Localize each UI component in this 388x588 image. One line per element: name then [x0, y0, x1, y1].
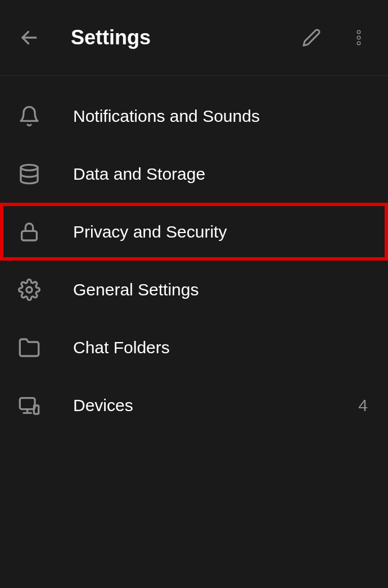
svg-point-3 — [357, 42, 360, 45]
list-item-chat-folders[interactable]: Chat Folders — [0, 318, 388, 376]
folder-icon — [17, 335, 42, 360]
list-item-value: 4 — [358, 396, 368, 415]
list-item-notifications[interactable]: Notifications and Sounds — [0, 87, 388, 145]
svg-point-2 — [357, 36, 360, 39]
svg-point-1 — [357, 30, 360, 34]
database-icon — [17, 162, 42, 186]
edit-button[interactable] — [299, 25, 324, 50]
list-item-privacy-security[interactable]: Privacy and Security — [0, 203, 388, 261]
more-vertical-icon — [349, 28, 368, 47]
svg-point-6 — [26, 287, 32, 293]
list-item-label: Chat Folders — [73, 338, 371, 357]
page-title: Settings — [71, 26, 299, 49]
list-item-label: Privacy and Security — [73, 222, 371, 241]
list-item-label: Devices — [73, 396, 358, 415]
list-item-label: Data and Storage — [73, 165, 371, 184]
svg-rect-7 — [20, 398, 35, 409]
more-button[interactable] — [346, 25, 371, 50]
devices-icon — [17, 393, 42, 418]
svg-point-4 — [21, 165, 38, 170]
lock-icon — [17, 220, 42, 244]
list-item-label: Notifications and Sounds — [73, 107, 371, 126]
list-item-label: General Settings — [73, 280, 371, 299]
gear-icon — [17, 277, 42, 302]
list-item-data-storage[interactable]: Data and Storage — [0, 145, 388, 203]
list-item-devices[interactable]: Devices 4 — [0, 376, 388, 434]
pencil-icon — [302, 28, 321, 47]
svg-rect-5 — [22, 231, 37, 240]
header-actions — [299, 25, 371, 50]
bell-icon — [17, 104, 42, 129]
list-item-general-settings[interactable]: General Settings — [0, 261, 388, 318]
settings-list: Notifications and Sounds Data and Storag… — [0, 76, 388, 434]
svg-rect-10 — [34, 405, 38, 414]
header: Settings — [0, 0, 388, 76]
arrow-left-icon — [19, 28, 39, 48]
back-button[interactable] — [17, 25, 42, 50]
